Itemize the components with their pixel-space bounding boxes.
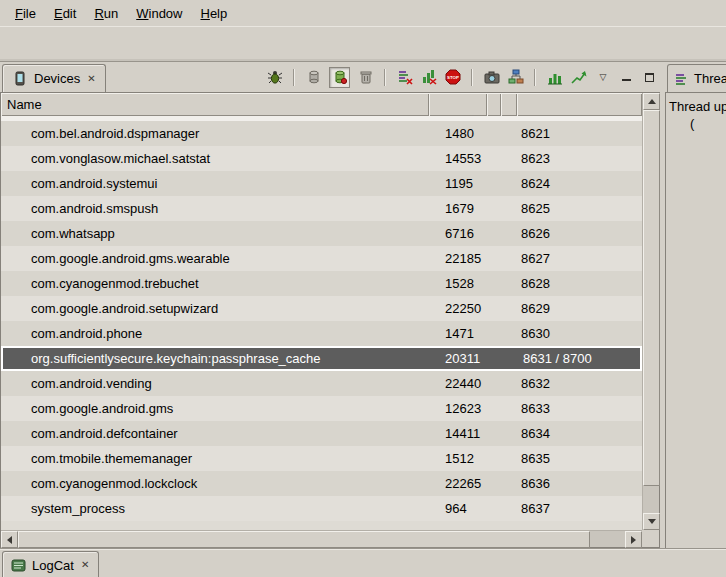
scroll-right-button[interactable] xyxy=(625,531,642,548)
process-pid: 22250 xyxy=(429,301,487,316)
main-toolbar xyxy=(0,26,726,62)
table-row[interactable]: com.google.android.gms 12623 8633 xyxy=(1,396,642,421)
process-pid: 14411 xyxy=(429,426,487,441)
hierarchy-view-icon[interactable] xyxy=(507,69,524,86)
process-name: com.whatsapp xyxy=(1,226,429,241)
view-menu-icon[interactable]: ▽ xyxy=(596,70,610,84)
process-pid: 1679 xyxy=(429,201,487,216)
table-row[interactable]: com.google.android.setupwizard 22250 862… xyxy=(1,296,642,321)
stop-process-icon[interactable]: STOP xyxy=(444,69,461,86)
process-pid: 964 xyxy=(429,501,487,516)
process-port: 8621 xyxy=(517,126,642,141)
menu-bar: File Edit Run Window Help xyxy=(0,0,726,26)
horizontal-scrollbar[interactable] xyxy=(1,530,642,547)
horizontal-scroll-thumb[interactable] xyxy=(18,531,590,548)
screen-capture-icon[interactable] xyxy=(483,69,500,86)
column-header-port[interactable] xyxy=(517,93,642,116)
process-pid: 22440 xyxy=(429,376,487,391)
scroll-up-button[interactable] xyxy=(643,93,660,110)
tab-logcat[interactable]: LogCat ✕ xyxy=(2,551,99,577)
close-icon[interactable]: ✕ xyxy=(86,73,96,85)
menu-help[interactable]: Help xyxy=(191,3,236,24)
threads-message-line1: Thread up xyxy=(666,93,726,114)
process-port: 8634 xyxy=(517,426,642,441)
process-port: 8631 / 8700 xyxy=(519,351,640,366)
process-name: org.sufficientlysecure.keychain:passphra… xyxy=(3,351,431,366)
debug-icon[interactable] xyxy=(266,69,283,86)
maximize-icon[interactable] xyxy=(642,70,656,84)
table-row[interactable]: com.android.vending 22440 8632 xyxy=(1,371,642,396)
scroll-down-button[interactable] xyxy=(643,513,660,530)
toolbar-separator xyxy=(471,69,473,86)
update-threads-icon[interactable] xyxy=(396,69,413,86)
process-pid: 22265 xyxy=(429,476,487,491)
device-icon xyxy=(11,70,28,87)
process-name: com.cyanogenmod.trebuchet xyxy=(1,276,429,291)
process-name: com.google.android.gms.wearable xyxy=(1,251,429,266)
scroll-down-icon xyxy=(648,519,656,524)
process-name: com.cyanogenmod.lockclock xyxy=(1,476,429,491)
process-port: 8628 xyxy=(517,276,642,291)
tab-devices[interactable]: Devices ✕ xyxy=(2,64,106,92)
close-icon[interactable]: ✕ xyxy=(80,559,90,571)
scroll-left-button[interactable] xyxy=(1,531,18,548)
column-header-pid[interactable] xyxy=(429,93,487,116)
process-name: com.android.vending xyxy=(1,376,429,391)
process-pid: 14553 xyxy=(429,151,487,166)
network-statistics-icon[interactable] xyxy=(570,69,587,86)
menu-window[interactable]: Window xyxy=(127,3,191,24)
column-header-4[interactable] xyxy=(501,93,517,116)
process-port: 8624 xyxy=(517,176,642,191)
process-pid: 22185 xyxy=(429,251,487,266)
update-heap-icon[interactable] xyxy=(305,69,322,86)
scrollbar-corner xyxy=(642,530,659,547)
process-name: com.tmobile.thememanager xyxy=(1,451,429,466)
tab-devices-label: Devices xyxy=(34,71,80,86)
table-row[interactable]: com.android.defcontainer 14411 8634 xyxy=(1,421,642,446)
vertical-scrollbar[interactable] xyxy=(642,93,659,530)
process-name: com.bel.android.dspmanager xyxy=(1,126,429,141)
table-header: Name xyxy=(1,93,642,116)
tab-threads[interactable]: Threads xyxy=(667,64,726,92)
process-name: system_process xyxy=(1,501,429,516)
table-row[interactable]: com.google.android.gms.wearable 22185 86… xyxy=(1,246,642,271)
table-row[interactable]: com.vonglasow.michael.satstat 14553 8623 xyxy=(1,146,642,171)
toolbar-separator xyxy=(293,69,295,86)
table-row[interactable]: system_process 964 8637 xyxy=(1,496,642,521)
table-row[interactable]: org.sufficientlysecure.keychain:passphra… xyxy=(1,346,642,371)
table-row[interactable]: com.bel.android.dspmanager 1480 8621 xyxy=(1,121,642,146)
table-row[interactable]: com.whatsapp 6716 8626 xyxy=(1,221,642,246)
process-pid: 6716 xyxy=(429,226,487,241)
threads-view: Threads Thread up ( xyxy=(665,62,726,548)
menu-edit[interactable]: Edit xyxy=(45,3,85,24)
tab-logcat-label: LogCat xyxy=(32,558,74,573)
table-row[interactable]: com.tmobile.thememanager 1512 8635 xyxy=(1,446,642,471)
table-row[interactable]: com.android.phone 1471 8630 xyxy=(1,321,642,346)
table-row[interactable]: com.cyanogenmod.lockclock 22265 8636 xyxy=(1,471,642,496)
table-row[interactable]: com.cyanogenmod.trebuchet 1528 8628 xyxy=(1,271,642,296)
table-row[interactable]: com.android.smspush 1679 8625 xyxy=(1,196,642,221)
process-pid: 12623 xyxy=(429,401,487,416)
tab-threads-label: Threads xyxy=(694,71,726,86)
process-pid: 1195 xyxy=(429,176,487,191)
process-name: com.vonglasow.michael.satstat xyxy=(1,151,429,166)
cause-gc-icon[interactable] xyxy=(357,69,374,86)
minimize-icon[interactable] xyxy=(619,70,633,84)
table-row[interactable]: com.android.systemui 1195 8624 xyxy=(1,171,642,196)
devices-table: Name com.bel.android.dspmanager 1480 862… xyxy=(0,92,660,548)
system-info-icon[interactable] xyxy=(546,69,563,86)
column-header-name[interactable]: Name xyxy=(1,93,429,116)
process-pid: 1512 xyxy=(429,451,487,466)
stop-method-profiling-icon[interactable] xyxy=(420,69,437,86)
logcat-icon xyxy=(11,559,26,572)
process-pid: 1480 xyxy=(429,126,487,141)
heap-updates-enabled-icon[interactable] xyxy=(329,67,350,88)
devices-view: Devices ✕ STOP xyxy=(0,62,662,548)
menu-run[interactable]: Run xyxy=(85,3,127,24)
menu-file[interactable]: File xyxy=(6,3,45,24)
scroll-up-icon xyxy=(648,99,656,104)
vertical-scroll-thumb[interactable] xyxy=(643,110,660,486)
process-port: 8626 xyxy=(517,226,642,241)
column-header-3[interactable] xyxy=(487,93,501,116)
threads-icon xyxy=(675,72,689,86)
